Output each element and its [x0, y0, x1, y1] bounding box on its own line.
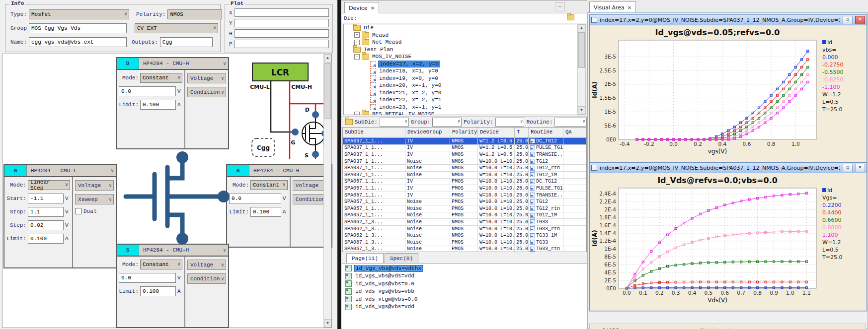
filter-routine-select[interactable] — [554, 118, 587, 127]
s-limit-input[interactable]: 0.100 — [140, 286, 176, 296]
d-condition-select[interactable]: Condition — [187, 87, 226, 97]
table-column-header[interactable]: T — [515, 128, 529, 137]
add-folder-button[interactable] — [567, 14, 574, 22]
tree-item[interactable]: +Measd — [344, 32, 577, 39]
tab-page[interactable]: Page(11) — [346, 253, 384, 263]
table-row[interactable]: SPA037_1_1...IVNMOSW=1.2 L=0.525.0DC_TG1… — [343, 138, 586, 145]
table-column-header[interactable]: Routine — [529, 128, 563, 137]
table-row[interactable]: SPA037_1_1...NoiseNMOSW=10.0 L=10.025.0T… — [343, 172, 586, 179]
canvas-scrollbar-thumb[interactable] — [324, 63, 331, 119]
close-icon[interactable]: ✕ — [855, 164, 865, 172]
tree-item[interactable]: +Not Measd — [344, 39, 577, 46]
table-row[interactable]: SPA037_1_1...IVNMOSW=1.2 L=0.525.0PULSE_… — [343, 145, 586, 152]
cv-select[interactable]: CV_EXT — [135, 23, 218, 33]
drain-node[interactable] — [312, 111, 319, 118]
scroll-down-icon[interactable]: ▼ — [324, 319, 331, 328]
tree-item[interactable]: index=20, x=-1, y=0 — [344, 82, 577, 89]
d-mode-select[interactable]: Constant — [140, 73, 182, 83]
group-input[interactable]: MOS_Cgg_Vgs_Vds — [29, 23, 127, 33]
page-item[interactable]: id_vds_vtgm@vbs=0.0 — [342, 295, 587, 303]
filter-group-select[interactable] — [432, 118, 462, 127]
s-voltage-select[interactable]: Voltage — [187, 260, 226, 270]
table-column-header[interactable]: SubDie — [343, 128, 405, 137]
restore-icon[interactable]: ▫ — [843, 164, 853, 172]
tree-expand-toggle[interactable]: - — [354, 54, 360, 60]
tree-item[interactable]: -MOS_IV_NOISE — [344, 53, 577, 61]
g-start-input[interactable]: -1.1 — [28, 194, 64, 203]
tree-item[interactable]: -RES_METEAL_IV_MOISE — [344, 111, 577, 115]
tree-scroll-down-icon[interactable]: ▼ — [578, 106, 585, 115]
table-column-header[interactable]: Device — [478, 128, 515, 137]
tree-item[interactable]: index=23, x=-1, y=1 — [344, 104, 577, 111]
table-row[interactable]: SPA037_1_1...IVNMOSW=1.2 L=0.525.0TRANSI… — [343, 151, 586, 158]
tree-scrollbar[interactable]: ▲ ▼ — [577, 24, 586, 115]
close-icon[interactable]: ✕ — [628, 5, 631, 10]
tab-visual-area[interactable]: Visual Area ✕ — [589, 1, 636, 13]
page-item[interactable]: id_vgs_vbs@vds=vdthx — [342, 264, 587, 272]
tree-item[interactable]: Die — [344, 24, 577, 32]
close-icon[interactable]: ✕ — [371, 5, 375, 11]
table-column-header[interactable]: QA — [563, 128, 586, 137]
s-value-input[interactable]: 0.0 — [119, 273, 176, 283]
table-row[interactable]: SPA057_1_1...NoisePMOSW=10.0 L=10.025.0T… — [343, 212, 586, 219]
tree-item[interactable]: index=22, x=-2, y=1 — [344, 96, 577, 104]
b-value-input[interactable]: 0.0 — [229, 194, 281, 203]
chart-window-1-titlebar[interactable]: index=17,x=2,y=0@MOS_IV_NOISE,Subdie=SPA… — [590, 15, 867, 25]
page-item[interactable]: id_vds_vgs@vbs=vbb — [342, 288, 587, 296]
tree-scroll-up-icon[interactable]: ▲ — [578, 24, 585, 33]
table-row[interactable]: SPA067_1_3...NoisePMOSW=10.0 L=10.025.0T… — [343, 239, 586, 246]
b-limit-input[interactable]: 0.100 — [250, 207, 281, 217]
table-row[interactable]: SPA062_1_3...NoiseNMOSW=10.0 L=10.025.0T… — [343, 226, 586, 233]
table-row[interactable]: SPA057_1_1...NoisePMOSW=10.0 L=10.025.0T… — [343, 198, 586, 205]
g-step-input[interactable]: 0.02 — [28, 220, 64, 230]
tree-item[interactable]: index=17, x=2, y=0 — [344, 61, 577, 68]
d-value-input[interactable]: 0.0 — [119, 86, 176, 96]
tree-scrollbar-thumb[interactable] — [578, 32, 585, 68]
close-icon[interactable]: ✕ — [855, 16, 865, 24]
table-row[interactable]: SPA057_1_1...NoisePMOSW=10.0 L=10.025.0T… — [343, 205, 586, 212]
g-xsweep-select[interactable]: Xsweep — [75, 194, 114, 204]
tree-item[interactable]: Test Plan — [344, 46, 577, 54]
plot-y-input[interactable] — [235, 19, 329, 27]
tree-expand-toggle[interactable]: + — [354, 40, 360, 45]
type-select[interactable]: Mosfet — [29, 9, 129, 19]
chart-window-2-titlebar[interactable]: index=17,x=2,y=0@MOS_IV_NOISE,Subdie=SPA… — [590, 163, 867, 173]
d-voltage-select[interactable]: Voltage — [187, 73, 226, 83]
plot-p-input[interactable] — [235, 40, 329, 48]
tree-item[interactable]: index=19, x=0, y=0 — [344, 75, 577, 82]
g-mode-select[interactable]: Linear Step — [28, 180, 70, 190]
g-dual-checkbox[interactable]: Dual — [75, 208, 114, 214]
tree-item[interactable]: index=21, x=-2, y=0 — [344, 89, 577, 97]
gate-node[interactable] — [292, 129, 299, 135]
table-column-header[interactable]: DeviceGroup — [405, 128, 450, 137]
tab-spec[interactable]: Spec(0) — [385, 253, 418, 263]
mosfet-drain-dot[interactable] — [176, 151, 188, 163]
g-limit-input[interactable]: 0.100 — [28, 234, 64, 244]
g-stop-input[interactable]: 1.1 — [28, 207, 64, 217]
filter-polarity-select[interactable] — [495, 118, 525, 127]
canvas-scrollbar[interactable]: ▲ ▼ — [323, 54, 331, 328]
name-input[interactable]: cgg_vgs_vds@vbs_ext — [29, 37, 127, 47]
d-limit-input[interactable]: 0.100 — [140, 100, 176, 110]
tree-expand-toggle[interactable]: + — [354, 32, 360, 38]
terminal-d-instrument-select[interactable]: HP4284 - CMU-H — [139, 58, 228, 69]
tree-item[interactable]: index=18, x=1, y=0 — [344, 67, 577, 75]
mosfet-source-dot[interactable] — [176, 233, 188, 245]
g-voltage-select[interactable]: Voltage — [75, 180, 114, 191]
plot-h-input[interactable] — [235, 29, 329, 38]
table-row[interactable]: SPA057_1_1...IVPMOSW=10.0 L=10.025.0PULS… — [343, 185, 586, 192]
page-item[interactable]: id_vds_vgs@vbs=0.0 — [342, 280, 587, 288]
page-item[interactable]: id_vgs_vbs@vds=vdd — [342, 272, 587, 280]
b-mode-select[interactable]: Constant — [250, 180, 288, 190]
table-row[interactable]: SPA057_1_1...IVPMOSW=10.0 L=10.025.0TRAN… — [343, 192, 586, 199]
polarity-select[interactable]: NMOS — [167, 9, 222, 19]
table-row[interactable]: SPA062_1_3...NoiseNMOSW=10.0 L=10.025.0T… — [343, 219, 586, 226]
tab-device[interactable]: Device ✕ — [344, 2, 379, 13]
table-row[interactable]: SPA037_1_1...NoiseNMOSW=10.0 L=10.025.0T… — [343, 158, 586, 165]
scroll-up-icon[interactable]: ▲ — [324, 54, 331, 63]
outputs-input[interactable]: Cgg — [160, 37, 213, 47]
table-row[interactable]: SPA057_1_1...IVPMOSW=10.0 L=10.025.0DC_T… — [343, 179, 586, 186]
table-column-header[interactable]: Polarity — [450, 128, 478, 137]
table-row[interactable]: SPA062_1_3...NoiseNMOSW=10.0 L=10.025.0T… — [343, 232, 586, 239]
s-condition-select[interactable]: Condition — [187, 273, 226, 284]
